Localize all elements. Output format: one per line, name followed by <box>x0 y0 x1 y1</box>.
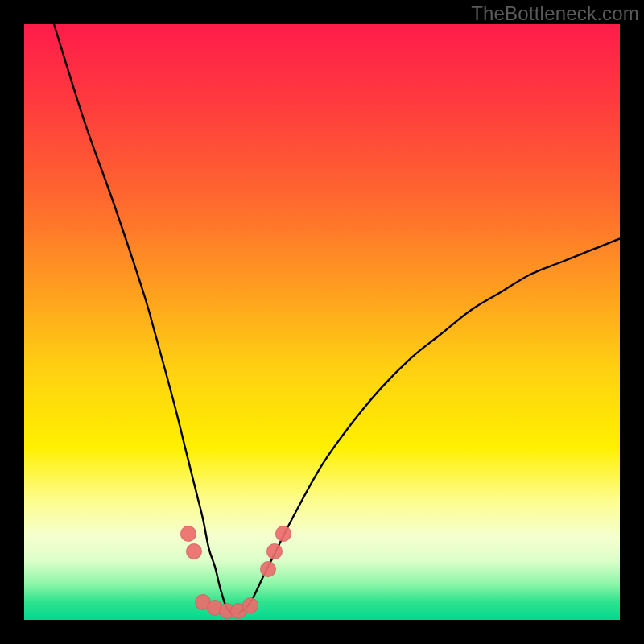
plot-area <box>24 24 620 620</box>
marker-right-upper-b <box>266 543 283 559</box>
marker-right-upper-a <box>260 561 276 577</box>
chart-frame: TheBottleneck.com <box>0 0 644 644</box>
marker-left-upper-a <box>180 526 196 542</box>
watermark-text: TheBottleneck.com <box>471 2 639 25</box>
marker-right-upper-c <box>275 526 291 542</box>
marker-left-upper-b <box>186 543 202 559</box>
marker-valley-5 <box>242 597 258 613</box>
right-curve <box>238 238 620 613</box>
left-curve <box>54 24 233 614</box>
curve-layer <box>24 24 620 620</box>
